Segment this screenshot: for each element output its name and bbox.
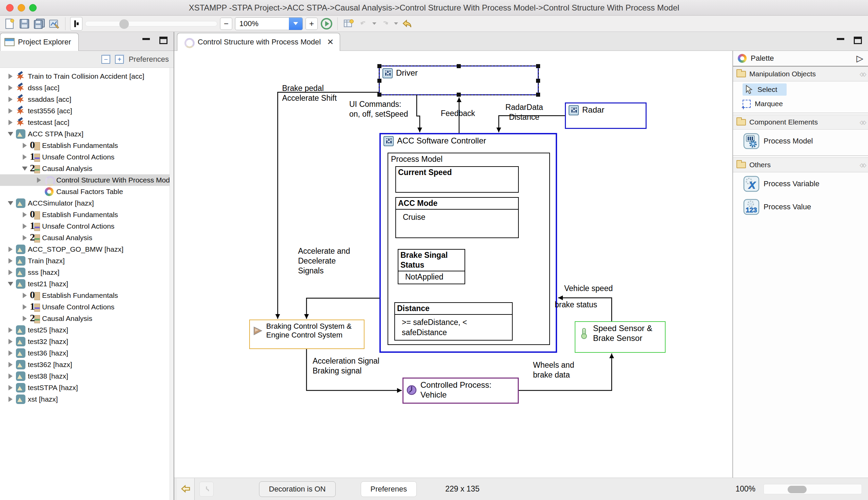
redo-dropdown-icon[interactable] xyxy=(394,22,398,25)
close-tab-icon[interactable]: ✕ xyxy=(327,37,334,47)
tree-expand-arrow-icon[interactable] xyxy=(5,267,15,277)
variable-value[interactable]: NotApplied xyxy=(398,271,464,282)
component-controlled-process[interactable]: Controlled Process: Vehicle xyxy=(403,377,519,404)
tree-expand-arrow-icon[interactable] xyxy=(5,360,15,370)
edge-label-brake-status[interactable]: brake status xyxy=(555,300,597,310)
preferences-button[interactable]: Preferenes xyxy=(361,481,417,497)
tree-scrollbar[interactable] xyxy=(170,68,174,500)
component-driver[interactable]: Driver xyxy=(379,66,539,95)
maximize-view-icon[interactable] xyxy=(159,37,167,44)
minimize-view-icon[interactable] xyxy=(142,37,151,43)
pin-icon[interactable] xyxy=(859,119,865,125)
tree-item[interactable]: sss [hazx] xyxy=(0,266,174,278)
edge-label-radar-data[interactable]: RadarData Distance xyxy=(497,102,551,122)
tree-expand-arrow-icon[interactable] xyxy=(5,256,15,266)
palette-section-components[interactable]: Component Elements xyxy=(733,115,868,129)
tree-expand-arrow-icon[interactable] xyxy=(5,244,15,254)
tree-expand-arrow-icon[interactable] xyxy=(5,117,15,127)
tree-expand-arrow-icon[interactable] xyxy=(5,106,15,116)
tree-expand-arrow-icon[interactable] xyxy=(5,83,15,93)
edge-label-brake-pedal[interactable]: Brake pedal Accelerate Shift xyxy=(282,83,337,103)
tree-item[interactable]: Control Structure With Process Model xyxy=(0,174,174,186)
tree-expand-arrow-icon[interactable] xyxy=(5,348,15,358)
tree-item[interactable]: Causal Analysis xyxy=(0,313,174,324)
tree-item[interactable]: Train [hazx] xyxy=(0,255,174,266)
tree-item[interactable]: test32 [hazx] xyxy=(0,336,174,347)
tree-item[interactable]: ACC_STOP_GO_BMW [hazx] xyxy=(0,243,174,255)
tree-item[interactable]: Establish Fundamentals xyxy=(0,140,174,151)
new-table-icon[interactable] xyxy=(343,18,355,30)
zoom-window-button[interactable] xyxy=(29,4,37,12)
tree-expand-arrow-icon[interactable] xyxy=(5,198,15,208)
selection-handle[interactable] xyxy=(378,93,381,97)
back-navigation-icon[interactable] xyxy=(401,18,413,30)
tree-item[interactable]: Unsafe Control Actions xyxy=(0,151,174,163)
tree-expand-arrow-icon[interactable] xyxy=(5,94,15,104)
tree-expand-arrow-icon[interactable] xyxy=(5,71,15,81)
zoom-in-button[interactable]: + xyxy=(305,18,318,30)
undo-icon[interactable] xyxy=(357,18,370,30)
process-variable-distance[interactable]: Distance >= safeDistance, < safeDistance xyxy=(394,302,513,341)
variable-value[interactable]: Cruise xyxy=(396,209,518,223)
tree-item[interactable]: test38 [hazx] xyxy=(0,371,174,382)
zoom-level-select[interactable]: 100% xyxy=(235,17,303,30)
tree-expand-arrow-icon[interactable] xyxy=(20,291,30,300)
tree-expand-arrow-icon[interactable] xyxy=(20,152,30,162)
diagram-canvas[interactable]: Driver xyxy=(174,51,732,478)
tree-item[interactable]: Causal Factors Table xyxy=(0,186,174,197)
editor-tab[interactable]: Control Structure with Process Model ✕ xyxy=(177,33,340,51)
palette-header[interactable]: Palette xyxy=(733,51,868,67)
project-explorer-tab[interactable]: Project Explorer xyxy=(0,33,79,51)
tree-expand-arrow-icon[interactable] xyxy=(5,383,15,393)
tree-item[interactable]: Unsafe Control Actions xyxy=(0,301,174,313)
save-icon[interactable] xyxy=(18,18,31,30)
text-tool-button[interactable] xyxy=(70,17,82,31)
edge-label-feedback[interactable]: Feedback xyxy=(441,109,475,118)
pin-icon[interactable] xyxy=(859,162,865,168)
run-icon[interactable] xyxy=(321,18,333,30)
save-all-icon[interactable] xyxy=(33,18,45,30)
zoom-out-button[interactable]: − xyxy=(220,18,232,30)
tree-item[interactable]: testSTPA [hazx] xyxy=(0,382,174,394)
palette-item-process-value[interactable]: 123 Process Value xyxy=(733,195,868,218)
close-window-button[interactable] xyxy=(6,4,14,12)
tree-item[interactable]: Causal Analysis xyxy=(0,232,174,243)
palette-item-marquee[interactable]: Marquee xyxy=(733,98,868,110)
edge-label-accel-signal[interactable]: Acceleration Signal Braking signal xyxy=(313,356,379,376)
component-radar[interactable]: Radar xyxy=(565,102,647,129)
tree-expand-arrow-icon[interactable] xyxy=(5,371,15,381)
zoom-dropdown-button[interactable] xyxy=(289,18,302,30)
tree-item[interactable]: test3556 [acc] xyxy=(0,105,174,117)
component-braking-system[interactable]: Braking Control System & Engine Control … xyxy=(249,319,364,349)
edge-label-accelerate[interactable]: Accelerate and Decelerate Signals xyxy=(298,246,350,275)
process-variable-current-speed[interactable]: Current Speed xyxy=(395,166,519,193)
process-variable-acc-mode[interactable]: ACC Mode Cruise xyxy=(395,197,519,238)
selection-handle[interactable] xyxy=(378,79,381,83)
tree-expand-arrow-icon[interactable] xyxy=(34,186,44,197)
tree-expand-arrow-icon[interactable] xyxy=(20,209,30,220)
minimize-window-button[interactable] xyxy=(18,4,25,12)
tree-expand-arrow-icon[interactable] xyxy=(5,325,15,335)
new-project-icon[interactable] xyxy=(3,18,15,30)
selection-handle[interactable] xyxy=(457,64,461,68)
tree-expand-arrow-icon[interactable] xyxy=(5,394,15,404)
tree-item[interactable]: test21 [hazx] xyxy=(0,278,174,290)
palette-section-manipulation[interactable]: Manipulation Objects xyxy=(733,67,868,81)
zoom-slider-knob[interactable] xyxy=(119,19,129,29)
tree-item[interactable]: Establish Fundamentals xyxy=(0,209,174,220)
tree-item[interactable]: Establish Fundamentals xyxy=(0,290,174,301)
tree-expand-arrow-icon[interactable] xyxy=(34,175,44,185)
tree-expand-arrow-icon[interactable] xyxy=(20,163,30,174)
canvas-zoom-slider[interactable] xyxy=(764,484,862,494)
tree-item[interactable]: test25 [hazx] xyxy=(0,324,174,336)
expand-all-icon[interactable] xyxy=(115,55,124,64)
canvas-zoom-knob[interactable] xyxy=(788,486,807,493)
tree-item[interactable]: test362 [hazx] xyxy=(0,359,174,371)
selection-handle[interactable] xyxy=(457,93,461,97)
undo-dropdown-icon[interactable] xyxy=(372,22,377,25)
zoom-slider[interactable] xyxy=(85,21,217,26)
edge-label-ui-commands[interactable]: UI Commands: on, off, setSpeed xyxy=(349,99,408,119)
tree-item[interactable]: Causal Analysis xyxy=(0,163,174,174)
tree-expand-arrow-icon[interactable] xyxy=(20,221,30,231)
selection-handle[interactable] xyxy=(536,93,540,97)
